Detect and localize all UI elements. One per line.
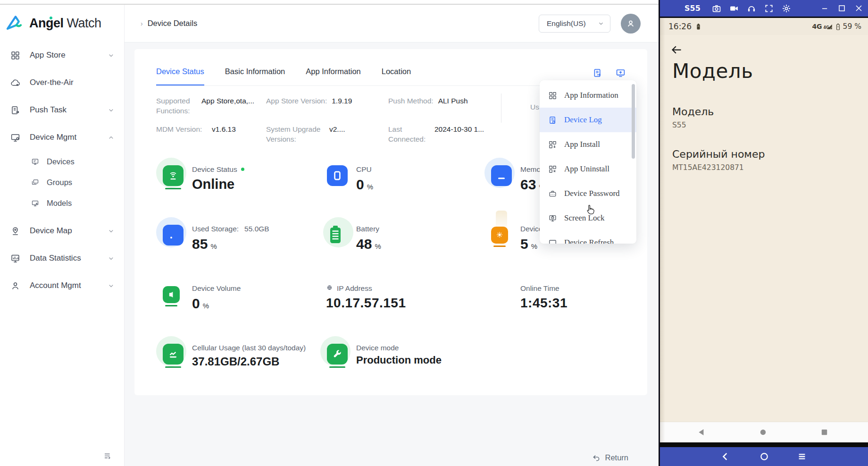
browser-edge-strip (0, 0, 659, 5)
menu-scrollbar-thumb[interactable] (632, 84, 635, 159)
screenshot-camera-icon[interactable] (712, 4, 721, 13)
stat-label: IP Address (337, 283, 372, 294)
menu-item-label: Device Log (564, 115, 602, 125)
angelwatch-logo-icon (6, 15, 25, 31)
android-back-icon[interactable] (697, 427, 707, 437)
sidebar-item-push-task[interactable]: Push Task (0, 96, 124, 124)
storage-icon (163, 225, 184, 246)
back-arrow-icon[interactable] (670, 43, 683, 56)
info-label: App Store Version: (266, 96, 327, 106)
devices-icon (31, 158, 39, 166)
battery-icon (327, 225, 344, 245)
sidebar-item-label: Over-the-Air (30, 78, 115, 87)
phone-window-titlebar[interactable]: S55 (660, 0, 868, 18)
stat-label: Online Time (520, 283, 559, 294)
info-label: Last Connected: (388, 125, 430, 144)
device-refresh-icon (548, 238, 557, 244)
collapse-sidebar-icon[interactable] (103, 452, 112, 460)
chevron-up-icon (108, 134, 115, 141)
sidebar-item-account-mgmt[interactable]: Account Mgmt (0, 272, 124, 299)
chevron-down-icon (108, 107, 115, 114)
return-label: Return (605, 453, 628, 462)
cloud-ota-icon (10, 78, 20, 88)
fullscreen-icon[interactable] (764, 4, 774, 13)
cpu-icon (327, 165, 348, 186)
close-icon[interactable] (854, 4, 863, 13)
android-home-icon[interactable] (758, 427, 768, 437)
menu-item-device-log[interactable]: Device Log (540, 108, 636, 132)
phone-field-model: Модель S55 (672, 106, 714, 129)
stat-device-mode: Device mode Production mode (327, 342, 491, 401)
maximize-icon[interactable] (837, 4, 846, 13)
menu-item-device-refresh[interactable]: Device Refresh (540, 230, 636, 244)
android-recents-icon[interactable] (819, 427, 829, 437)
sidebar-item-device-mgmt[interactable]: Device Mgmt (0, 124, 124, 151)
toolbar-menu-icon[interactable] (797, 451, 807, 462)
tab-basic-information[interactable]: Basic Information (225, 67, 285, 85)
record-video-icon[interactable] (729, 4, 739, 13)
app-grid-icon (10, 51, 20, 60)
network-globe-icon (326, 285, 333, 292)
menu-item-label: App Information (564, 91, 618, 100)
sidebar-item-app-store[interactable]: App Store (0, 42, 124, 69)
sidebar-item-models[interactable]: Models (0, 193, 124, 213)
export-log-icon[interactable] (593, 68, 602, 78)
sidebar-subitem-label: Devices (47, 157, 75, 166)
stat-value: 5 (520, 236, 528, 252)
stat-ip-address: IP Address 10.17.57.151 (327, 282, 491, 342)
menu-item-app-uninstall[interactable]: App Uninstall (540, 157, 636, 181)
info-label: System Upgrade Versions: (266, 125, 325, 144)
app-root: Angel Watch App Store Over-the-Air Push … (0, 0, 868, 466)
language-select[interactable]: English(US) (539, 15, 610, 33)
toolbar-home-icon[interactable] (759, 451, 769, 462)
stat-value: 85 (192, 236, 208, 252)
menu-item-app-information[interactable]: App Information (540, 83, 636, 108)
info-push-method: Push Method: ALI Push (388, 96, 501, 116)
chevron-down-icon (108, 282, 115, 289)
language-value: English(US) (547, 19, 586, 28)
return-button[interactable]: Return (592, 453, 628, 462)
info-divider (501, 93, 501, 123)
page-header: › Device Details English(US) (125, 5, 659, 42)
audio-headset-icon[interactable] (747, 4, 756, 13)
phone-screen: 16:26 4G 4G 59 % Модель Модель S55 (660, 18, 868, 442)
menu-item-app-install[interactable]: App Install (540, 132, 636, 157)
page-title: Device Details (148, 19, 197, 28)
tab-device-status[interactable]: Device Status (156, 67, 204, 85)
info-value: v2.... (329, 125, 345, 135)
info-truncated-label: Us (530, 103, 539, 111)
user-avatar[interactable] (621, 14, 641, 34)
models-icon (31, 199, 39, 207)
stat-label: Device Status (192, 164, 237, 175)
device-password-icon (548, 189, 557, 198)
logo-dot (50, 17, 52, 19)
toolbar-back-icon[interactable] (720, 451, 731, 462)
app-install-icon (548, 140, 557, 149)
sidebar-item-groups[interactable]: Groups (0, 172, 124, 193)
minimize-icon[interactable] (820, 4, 829, 13)
info-value: 2024-10-30 1... (434, 125, 484, 135)
stat-value: 1:45:31 (520, 296, 568, 311)
sidebar-item-label: Account Mgmt (30, 281, 108, 290)
tab-location[interactable]: Location (382, 67, 411, 85)
phone-field-serial: Серийный номер MT15AE423120871 (672, 148, 765, 172)
android-nav-bar (660, 422, 868, 442)
sidebar-item-data-statistics[interactable]: Data Statistics (0, 245, 124, 272)
info-value: 1.9.19 (332, 96, 352, 106)
screen-mirror-icon[interactable] (616, 68, 626, 78)
phone-bottom-bezel (660, 442, 868, 447)
info-value: ALI Push (438, 96, 468, 106)
settings-gear-icon[interactable] (782, 4, 791, 13)
sidebar-item-devices[interactable]: Devices (0, 151, 124, 172)
device-mgmt-icon (10, 133, 20, 143)
field-label: Модель (672, 106, 714, 118)
phone-time: 16:26 (668, 22, 692, 31)
push-task-icon (10, 105, 20, 115)
sidebar-subitem-label: Groups (47, 178, 72, 187)
tab-app-information[interactable]: App Information (306, 67, 360, 85)
info-supported-functions: Supported Functions: App Store,ota,... (156, 96, 266, 116)
sidebar-item-over-the-air[interactable]: Over-the-Air (0, 69, 124, 96)
sidebar-item-device-map[interactable]: Device Map (0, 217, 124, 245)
stat-label: Device Volume (192, 283, 241, 294)
menu-item-device-password[interactable]: Device Password (540, 181, 636, 206)
